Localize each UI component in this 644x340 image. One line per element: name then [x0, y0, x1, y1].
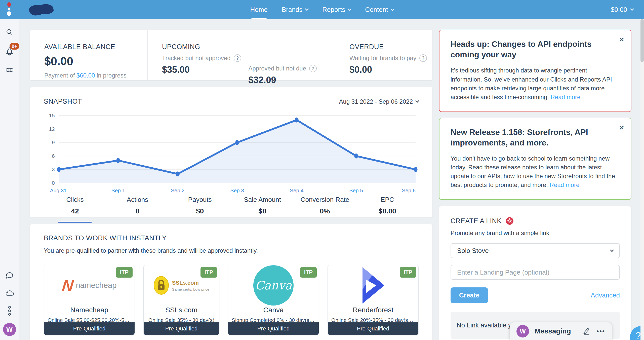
- notification-text: You don't have to go back to school to l…: [451, 155, 615, 188]
- available-balance-label: AVAILABLE BALANCE: [44, 43, 147, 51]
- page-scrollbar: [640, 19, 644, 340]
- svg-text:Sep 5: Sep 5: [349, 187, 363, 193]
- help-icon[interactable]: [234, 54, 241, 62]
- upcoming-section: UPCOMING Tracked but not approved $35.00…: [147, 30, 335, 80]
- user-avatar[interactable]: W: [3, 323, 16, 336]
- brand-terms: Online Sale $5.00-$25.00,20%-50% - 30 d.…: [44, 317, 135, 322]
- company-logo[interactable]: [24, 3, 59, 17]
- namecheap-wordmark: namecheap: [76, 281, 116, 290]
- chat-icon[interactable]: [5, 271, 15, 281]
- help-icon[interactable]: [419, 54, 427, 62]
- snapshot-line-chart: 03691215Aug 31Sep 1Sep 2Sep 3Sep 4Sep 5S…: [44, 110, 419, 194]
- svg-text:12: 12: [49, 126, 55, 132]
- metric-value: 0%: [294, 207, 356, 215]
- notification-body: You don't have to go back to school to l…: [451, 154, 620, 189]
- messaging-label: Messaging: [535, 327, 571, 335]
- svg-text:Sep 4: Sep 4: [290, 187, 304, 193]
- brand-card-renderforest[interactable]: ITP Renderforest Online Sale 20%-35% - 3…: [328, 265, 419, 335]
- svg-text:Sep 3: Sep 3: [230, 187, 244, 193]
- brand-card-namecheap[interactable]: ITP N namecheap Namecheap Online Sale $5…: [44, 265, 135, 335]
- metric-tabs: Clicks 42 Actions 0 Payouts $0 Sale Amou…: [44, 196, 419, 223]
- links-icon[interactable]: [5, 65, 15, 75]
- brand-status: Pre-Qualified: [228, 322, 319, 335]
- brand-status: Pre-Qualified: [328, 322, 418, 335]
- metric-tab-clicks[interactable]: Clicks 42: [44, 196, 106, 223]
- svg-text:Aug 31: Aug 31: [50, 187, 67, 193]
- brand-select-value: Solo Stove: [457, 247, 489, 255]
- chevron-down-icon: [630, 7, 634, 11]
- nav-balance-dropdown[interactable]: $0.00: [611, 6, 633, 14]
- notifications-bell-icon[interactable]: 9+: [5, 46, 15, 56]
- nav-item-brands[interactable]: Brands: [275, 0, 315, 19]
- overdue-value: $0.00: [349, 64, 432, 75]
- advanced-link[interactable]: Advanced: [591, 291, 620, 299]
- brand-card-canva[interactable]: ITP Canva Canva Signup Completed 0% - 30…: [228, 265, 319, 335]
- notification-title: New Release 1.158: Storefronts, API impr…: [451, 127, 620, 148]
- brand-terms: Signup Completed 0% - 30 day(s), Subsc..…: [228, 317, 319, 322]
- approved-label: Approved but not due: [249, 65, 306, 72]
- metric-tab-conversion-rate[interactable]: Conversion Rate 0%: [294, 196, 356, 223]
- help-icon[interactable]: [309, 65, 317, 72]
- svg-text:3: 3: [52, 166, 55, 172]
- messaging-more-icon[interactable]: •••: [597, 328, 605, 335]
- available-balance-value: $0.00: [44, 54, 147, 68]
- read-more-link[interactable]: Read more: [550, 181, 580, 188]
- metric-value: 0: [106, 207, 169, 215]
- create-button[interactable]: Create: [451, 287, 488, 303]
- padlock-icon: [153, 276, 169, 295]
- notification-title: Heads up: Changes to API endpoints comin…: [451, 39, 620, 60]
- metric-label: EPC: [356, 196, 419, 204]
- top-nav: Home Brands Reports Content $0.00: [0, 0, 644, 19]
- metric-label: Actions: [106, 196, 169, 204]
- brand-select[interactable]: Solo Stove: [451, 243, 620, 258]
- brand-name: SSLs.com: [144, 306, 219, 314]
- brands-instant-card: BRANDS TO WORK WITH INSTANTLY You are pr…: [30, 224, 433, 340]
- landing-page-input[interactable]: [451, 265, 620, 280]
- compose-pencil-icon[interactable]: [582, 327, 591, 335]
- nav-item-home[interactable]: Home: [243, 0, 275, 19]
- ssls-tagline: Same certs. Low price: [172, 287, 209, 291]
- close-icon[interactable]: [619, 124, 624, 131]
- date-range-selector[interactable]: Aug 31 2022 - Sep 06 2022: [339, 98, 419, 105]
- ssls-wordmark: SSLs.com: [172, 280, 209, 286]
- itp-badge: ITP: [400, 267, 416, 278]
- notification-text: It’s tedious sifting through data to wra…: [451, 67, 612, 100]
- metric-tab-epc[interactable]: EPC $0.00: [356, 196, 419, 223]
- chevron-down-icon: [305, 7, 309, 11]
- metric-tab-sale-amount[interactable]: Sale Amount $0: [231, 196, 294, 223]
- svg-text:9: 9: [52, 139, 55, 145]
- svg-text:0: 0: [52, 180, 55, 186]
- balance-summary-card: AVAILABLE BALANCE $0.00 Payment of $60.0…: [30, 30, 433, 81]
- snapshot-card: SNAPSHOT Aug 31 2022 - Sep 06 2022 03691…: [30, 87, 433, 218]
- brand-terms: Online Sale 35% - 30 day(s): [144, 317, 219, 322]
- close-icon[interactable]: [619, 36, 624, 43]
- brand-name: Canva: [228, 306, 319, 314]
- date-range-value: Aug 31 2022 - Sep 06 2022: [339, 98, 413, 105]
- metric-tab-payouts[interactable]: Payouts $0: [169, 196, 231, 223]
- active-tab-underline: [58, 222, 92, 223]
- notification-new-release: New Release 1.158: Storefronts, API impr…: [439, 118, 631, 200]
- svg-text:Sep 6: Sep 6: [402, 187, 416, 193]
- payment-amount-link[interactable]: $60.00: [76, 72, 95, 79]
- brand-status: Pre-Qualified: [44, 322, 135, 335]
- brand-card-ssls[interactable]: ITP SSLs.com Same certs. Low pr: [143, 265, 219, 335]
- more-options-icon[interactable]: [5, 306, 15, 316]
- chevron-down-icon: [348, 7, 352, 11]
- metric-value: $0: [231, 207, 294, 215]
- messaging-widget[interactable]: W Messaging •••: [510, 322, 612, 340]
- left-column: AVAILABLE BALANCE $0.00 Payment of $60.0…: [30, 30, 433, 340]
- overdue-sublabel: Waiting for brands to pay: [349, 55, 416, 62]
- scrollbar-thumb[interactable]: [640, 19, 644, 62]
- overdue-label: OVERDUE: [349, 43, 432, 51]
- nav-item-content[interactable]: Content: [358, 0, 401, 19]
- chevron-down-icon: [390, 7, 394, 11]
- metric-tab-actions[interactable]: Actions 0: [106, 196, 169, 223]
- nav-item-reports[interactable]: Reports: [315, 0, 358, 19]
- search-icon[interactable]: [5, 27, 15, 37]
- read-more-link[interactable]: Read more: [551, 94, 581, 100]
- brands-instant-title: BRANDS TO WORK WITH INSTANTLY: [44, 234, 419, 242]
- cloud-icon[interactable]: [5, 288, 15, 298]
- create-link-title: CREATE A LINK: [451, 217, 502, 225]
- svg-text:15: 15: [49, 112, 55, 118]
- notification-count-badge: 9+: [10, 43, 20, 50]
